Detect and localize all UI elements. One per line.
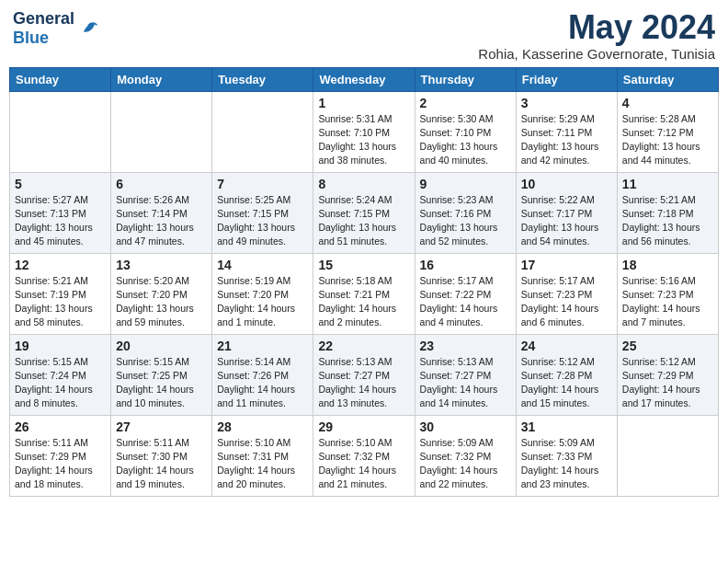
calendar-cell: 4Sunrise: 5:28 AMSunset: 7:12 PMDaylight… <box>617 91 718 172</box>
logo-icon <box>78 18 98 39</box>
day-info: Sunrise: 5:23 AMSunset: 7:16 PMDaylight:… <box>420 193 511 249</box>
calendar-cell: 25Sunrise: 5:12 AMSunset: 7:29 PMDayligh… <box>617 334 718 415</box>
calendar-cell <box>212 91 313 172</box>
day-number: 8 <box>318 177 409 191</box>
calendar-cell: 6Sunrise: 5:26 AMSunset: 7:14 PMDaylight… <box>111 172 212 253</box>
month-year: May 2024 <box>478 9 715 46</box>
day-info: Sunrise: 5:09 AMSunset: 7:33 PMDaylight:… <box>521 436 612 492</box>
day-info: Sunrise: 5:25 AMSunset: 7:15 PMDaylight:… <box>217 193 308 249</box>
day-info: Sunrise: 5:17 AMSunset: 7:23 PMDaylight:… <box>521 274 612 330</box>
calendar-cell: 26Sunrise: 5:11 AMSunset: 7:29 PMDayligh… <box>10 415 111 496</box>
day-number: 3 <box>521 96 612 110</box>
calendar-cell: 27Sunrise: 5:11 AMSunset: 7:30 PMDayligh… <box>111 415 212 496</box>
day-info: Sunrise: 5:21 AMSunset: 7:19 PMDaylight:… <box>15 274 106 330</box>
day-number: 25 <box>622 339 713 353</box>
day-number: 21 <box>217 339 308 353</box>
day-info: Sunrise: 5:17 AMSunset: 7:22 PMDaylight:… <box>420 274 511 330</box>
day-number: 6 <box>116 177 207 191</box>
weekday-header-monday: Monday <box>111 67 212 91</box>
calendar-week-row: 1Sunrise: 5:31 AMSunset: 7:10 PMDaylight… <box>10 91 719 172</box>
day-info: Sunrise: 5:22 AMSunset: 7:17 PMDaylight:… <box>521 193 612 249</box>
calendar-cell: 20Sunrise: 5:15 AMSunset: 7:25 PMDayligh… <box>111 334 212 415</box>
day-number: 31 <box>521 419 612 434</box>
calendar-cell: 16Sunrise: 5:17 AMSunset: 7:22 PMDayligh… <box>415 253 516 334</box>
weekday-header-thursday: Thursday <box>415 67 516 91</box>
logo-text: General Blue <box>13 9 74 48</box>
day-info: Sunrise: 5:11 AMSunset: 7:30 PMDaylight:… <box>116 436 207 492</box>
calendar-cell: 11Sunrise: 5:21 AMSunset: 7:18 PMDayligh… <box>617 172 718 253</box>
day-number: 1 <box>318 96 409 110</box>
day-info: Sunrise: 5:09 AMSunset: 7:32 PMDaylight:… <box>420 436 511 492</box>
day-info: Sunrise: 5:19 AMSunset: 7:20 PMDaylight:… <box>217 274 308 330</box>
day-info: Sunrise: 5:10 AMSunset: 7:31 PMDaylight:… <box>217 436 308 492</box>
day-info: Sunrise: 5:24 AMSunset: 7:15 PMDaylight:… <box>318 193 409 249</box>
day-info: Sunrise: 5:11 AMSunset: 7:29 PMDaylight:… <box>15 436 106 492</box>
day-info: Sunrise: 5:12 AMSunset: 7:29 PMDaylight:… <box>622 355 713 411</box>
calendar-cell: 24Sunrise: 5:12 AMSunset: 7:28 PMDayligh… <box>516 334 617 415</box>
day-info: Sunrise: 5:20 AMSunset: 7:20 PMDaylight:… <box>116 274 207 330</box>
calendar-cell: 13Sunrise: 5:20 AMSunset: 7:20 PMDayligh… <box>111 253 212 334</box>
calendar-cell: 3Sunrise: 5:29 AMSunset: 7:11 PMDaylight… <box>516 91 617 172</box>
calendar-table: SundayMondayTuesdayWednesdayThursdayFrid… <box>9 67 719 497</box>
calendar-cell: 23Sunrise: 5:13 AMSunset: 7:27 PMDayligh… <box>415 334 516 415</box>
calendar-week-row: 12Sunrise: 5:21 AMSunset: 7:19 PMDayligh… <box>10 253 719 334</box>
day-number: 16 <box>420 258 511 272</box>
page-header: General Blue May 2024 Rohia, Kasserine G… <box>9 9 719 62</box>
calendar-cell: 31Sunrise: 5:09 AMSunset: 7:33 PMDayligh… <box>516 415 617 496</box>
weekday-header-tuesday: Tuesday <box>212 67 313 91</box>
calendar-cell: 28Sunrise: 5:10 AMSunset: 7:31 PMDayligh… <box>212 415 313 496</box>
logo-general: General <box>13 9 74 28</box>
day-number: 10 <box>521 177 612 191</box>
location: Rohia, Kasserine Governorate, Tunisia <box>478 46 715 62</box>
calendar-cell <box>10 91 111 172</box>
day-number: 24 <box>521 339 612 353</box>
calendar-cell: 1Sunrise: 5:31 AMSunset: 7:10 PMDaylight… <box>313 91 415 172</box>
calendar-cell: 30Sunrise: 5:09 AMSunset: 7:32 PMDayligh… <box>415 415 516 496</box>
weekday-header-row: SundayMondayTuesdayWednesdayThursdayFrid… <box>10 67 719 91</box>
day-info: Sunrise: 5:15 AMSunset: 7:25 PMDaylight:… <box>116 355 207 411</box>
calendar-cell: 29Sunrise: 5:10 AMSunset: 7:32 PMDayligh… <box>313 415 415 496</box>
day-number: 11 <box>622 177 713 191</box>
calendar-cell: 7Sunrise: 5:25 AMSunset: 7:15 PMDaylight… <box>212 172 313 253</box>
day-info: Sunrise: 5:31 AMSunset: 7:10 PMDaylight:… <box>318 112 409 168</box>
calendar-cell: 10Sunrise: 5:22 AMSunset: 7:17 PMDayligh… <box>516 172 617 253</box>
day-number: 7 <box>217 177 308 191</box>
day-number: 13 <box>116 258 207 272</box>
day-number: 28 <box>217 419 308 434</box>
day-number: 26 <box>15 419 106 434</box>
day-number: 9 <box>420 177 511 191</box>
weekday-header-saturday: Saturday <box>617 67 718 91</box>
day-info: Sunrise: 5:18 AMSunset: 7:21 PMDaylight:… <box>318 274 409 330</box>
calendar-cell: 14Sunrise: 5:19 AMSunset: 7:20 PMDayligh… <box>212 253 313 334</box>
day-number: 22 <box>318 339 409 353</box>
day-number: 30 <box>420 419 511 434</box>
day-info: Sunrise: 5:14 AMSunset: 7:26 PMDaylight:… <box>217 355 308 411</box>
day-number: 29 <box>318 419 409 434</box>
day-info: Sunrise: 5:27 AMSunset: 7:13 PMDaylight:… <box>15 193 106 249</box>
day-number: 17 <box>521 258 612 272</box>
day-info: Sunrise: 5:13 AMSunset: 7:27 PMDaylight:… <box>318 355 409 411</box>
calendar-week-row: 5Sunrise: 5:27 AMSunset: 7:13 PMDaylight… <box>10 172 719 253</box>
day-number: 4 <box>622 96 713 110</box>
day-info: Sunrise: 5:21 AMSunset: 7:18 PMDaylight:… <box>622 193 713 249</box>
calendar-cell: 2Sunrise: 5:30 AMSunset: 7:10 PMDaylight… <box>415 91 516 172</box>
day-info: Sunrise: 5:16 AMSunset: 7:23 PMDaylight:… <box>622 274 713 330</box>
calendar-week-row: 26Sunrise: 5:11 AMSunset: 7:29 PMDayligh… <box>10 415 719 496</box>
day-number: 15 <box>318 258 409 272</box>
weekday-header-friday: Friday <box>516 67 617 91</box>
day-info: Sunrise: 5:28 AMSunset: 7:12 PMDaylight:… <box>622 112 713 168</box>
day-info: Sunrise: 5:12 AMSunset: 7:28 PMDaylight:… <box>521 355 612 411</box>
calendar-cell <box>111 91 212 172</box>
weekday-header-wednesday: Wednesday <box>313 67 415 91</box>
day-number: 5 <box>15 177 106 191</box>
day-number: 18 <box>622 258 713 272</box>
calendar-week-row: 19Sunrise: 5:15 AMSunset: 7:24 PMDayligh… <box>10 334 719 415</box>
calendar-cell: 21Sunrise: 5:14 AMSunset: 7:26 PMDayligh… <box>212 334 313 415</box>
day-info: Sunrise: 5:26 AMSunset: 7:14 PMDaylight:… <box>116 193 207 249</box>
day-number: 19 <box>15 339 106 353</box>
calendar-cell: 17Sunrise: 5:17 AMSunset: 7:23 PMDayligh… <box>516 253 617 334</box>
calendar-cell: 19Sunrise: 5:15 AMSunset: 7:24 PMDayligh… <box>10 334 111 415</box>
day-number: 2 <box>420 96 511 110</box>
calendar-cell: 18Sunrise: 5:16 AMSunset: 7:23 PMDayligh… <box>617 253 718 334</box>
day-info: Sunrise: 5:30 AMSunset: 7:10 PMDaylight:… <box>420 112 511 168</box>
